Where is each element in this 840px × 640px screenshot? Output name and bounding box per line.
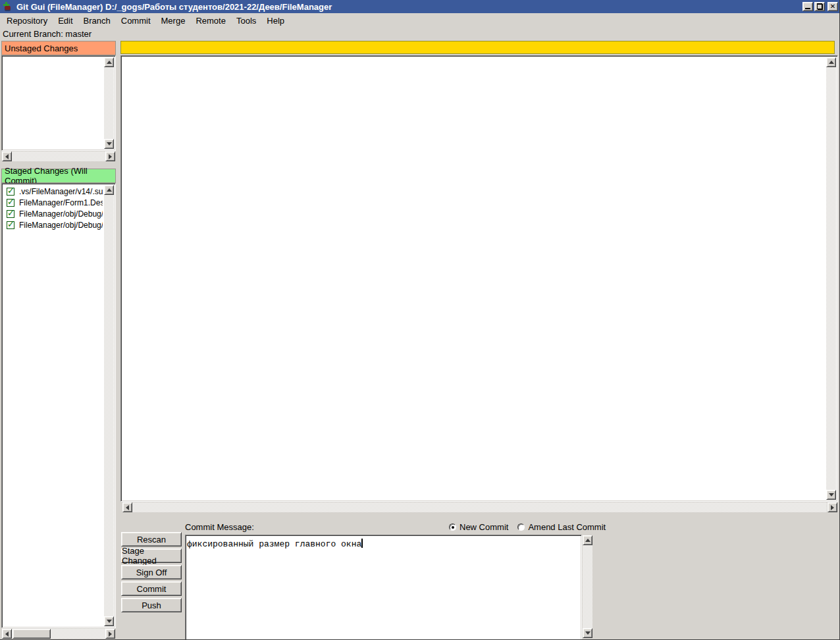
staged-checkbox-icon[interactable] — [7, 210, 14, 218]
arrow-down-icon — [107, 142, 112, 146]
arrow-right-icon — [109, 631, 112, 637]
minimize-icon — [805, 8, 810, 9]
staged-vscroll-track[interactable] — [104, 195, 114, 616]
diff-hscroll-track[interactable] — [132, 502, 827, 512]
unstaged-vscroll-track[interactable] — [104, 67, 114, 139]
arrow-left-icon — [5, 631, 9, 637]
menu-commit[interactable]: Commit — [116, 14, 156, 27]
git-gui-window: Git Gui (FileManager) D:/_gogs/Работы ст… — [0, 0, 840, 640]
unstaged-scroll-left-button[interactable] — [2, 151, 12, 161]
new-commit-radio[interactable] — [449, 523, 456, 531]
new-commit-radio-label[interactable]: New Commit — [459, 522, 508, 532]
close-button[interactable]: ✕ — [827, 2, 838, 11]
unstaged-hscroll-track[interactable] — [12, 151, 105, 161]
diff-view[interactable] — [120, 55, 838, 502]
unstaged-scroll-down-button[interactable] — [104, 139, 114, 149]
staged-scroll-up-button[interactable] — [104, 185, 114, 195]
menu-tools[interactable]: Tools — [231, 14, 261, 27]
staged-scroll-right-button[interactable] — [105, 629, 115, 639]
message-scroll-up-button[interactable] — [583, 535, 592, 545]
window-title: Git Gui (FileManager) D:/_gogs/Работы ст… — [16, 2, 840, 12]
menu-repository[interactable]: Repository — [1, 14, 53, 27]
arrow-up-icon — [107, 188, 112, 192]
diff-vscroll-track[interactable] — [826, 67, 836, 490]
menu-edit[interactable]: Edit — [53, 14, 78, 27]
arrow-down-icon — [107, 620, 112, 623]
staged-hscroll-thumb[interactable] — [13, 629, 51, 639]
commit-type-radio-group: New Commit Amend Last Commit — [449, 522, 615, 532]
stage-changed-button[interactable]: Stage Changed — [121, 548, 182, 563]
amend-last-commit-radio-label[interactable]: Amend Last Commit — [528, 522, 606, 532]
app-icon-body — [5, 6, 11, 11]
git-gui-app-icon — [3, 2, 13, 12]
staged-file-row[interactable]: FileManager/obj/Debug/ — [3, 208, 103, 219]
arrow-left-icon — [5, 154, 9, 159]
commit-message-input[interactable]: фиксированный размер главного окна — [185, 535, 582, 640]
diff-scroll-left-button[interactable] — [122, 502, 132, 512]
unstaged-vscrollbar[interactable] — [104, 57, 114, 149]
commit-message-vscrollbar[interactable] — [582, 535, 593, 639]
staged-file-path[interactable]: FileManager/obj/Debug/ — [19, 221, 103, 230]
message-scroll-down-button[interactable] — [583, 628, 592, 638]
staged-checkbox-icon[interactable] — [7, 188, 14, 196]
minimize-button[interactable] — [802, 2, 813, 11]
arrow-up-icon — [585, 539, 591, 542]
close-icon: ✕ — [830, 3, 835, 10]
staged-hscrollbar[interactable] — [1, 628, 116, 639]
unstaged-hscrollbar[interactable] — [1, 151, 116, 162]
staged-changes-header: Staged Changes (Will Commit) — [1, 169, 116, 183]
staged-file-path[interactable]: FileManager/Form1.Desi — [19, 198, 103, 207]
menu-branch[interactable]: Branch — [78, 14, 116, 27]
menu-bar: Repository Edit Branch Commit Merge Remo… — [0, 13, 840, 28]
arrow-left-icon — [126, 505, 129, 510]
unstaged-scroll-right-button[interactable] — [105, 151, 115, 161]
unstaged-scroll-up-button[interactable] — [104, 57, 114, 67]
staged-file-row[interactable]: FileManager/obj/Debug/ — [3, 219, 103, 230]
staged-scroll-down-button[interactable] — [104, 616, 114, 626]
diff-header-bar — [120, 41, 835, 54]
diff-vscrollbar[interactable] — [826, 57, 836, 500]
diff-hscrollbar[interactable] — [121, 502, 838, 513]
amend-last-commit-radio[interactable] — [517, 523, 525, 531]
push-button[interactable]: Push — [121, 598, 182, 612]
staged-file-path[interactable]: FileManager/obj/Debug/ — [19, 209, 103, 219]
current-branch-label: Current Branch: master — [3, 29, 92, 39]
text-caret — [361, 539, 363, 548]
window-controls: ✕ — [801, 2, 838, 11]
staged-checkbox-icon[interactable] — [7, 221, 14, 229]
unstaged-changes-header: Unstaged Changes — [1, 41, 116, 55]
arrow-right-icon — [831, 505, 834, 510]
staged-vscrollbar[interactable] — [104, 185, 114, 626]
arrow-down-icon — [585, 631, 591, 635]
diff-scroll-down-button[interactable] — [826, 490, 836, 500]
sign-off-button[interactable]: Sign Off — [121, 565, 182, 579]
commit-message-text: фиксированный размер главного окна — [187, 539, 361, 549]
unstaged-file-list[interactable] — [1, 55, 116, 151]
diff-scroll-up-button[interactable] — [826, 57, 836, 67]
staged-file-rows: .vs/FileManager/v14/.su FileManager/Form… — [3, 186, 103, 230]
rescan-button[interactable]: Rescan — [121, 532, 182, 547]
commit-message-label: Commit Message: — [185, 522, 254, 532]
menu-remote[interactable]: Remote — [190, 14, 231, 27]
staged-file-list[interactable]: .vs/FileManager/v14/.su FileManager/Form… — [1, 183, 116, 628]
message-vscroll-track[interactable] — [583, 545, 592, 628]
restore-icon — [817, 4, 823, 9]
staged-file-path[interactable]: .vs/FileManager/v14/.su — [19, 187, 103, 196]
diff-scroll-right-button[interactable] — [827, 502, 837, 512]
menu-help[interactable]: Help — [261, 14, 290, 27]
staged-file-row[interactable]: .vs/FileManager/v14/.su — [3, 186, 103, 197]
title-bar[interactable]: Git Gui (FileManager) D:/_gogs/Работы ст… — [0, 0, 840, 13]
staged-file-row[interactable]: FileManager/Form1.Desi — [3, 197, 103, 208]
arrow-right-icon — [109, 154, 112, 159]
restore-button[interactable] — [814, 2, 825, 11]
menu-merge[interactable]: Merge — [156, 14, 191, 27]
arrow-up-icon — [107, 61, 112, 64]
staged-checkbox-icon[interactable] — [7, 199, 14, 207]
arrow-down-icon — [829, 493, 834, 496]
staged-scroll-left-button[interactable] — [2, 629, 12, 639]
commit-button[interactable]: Commit — [121, 581, 182, 596]
arrow-up-icon — [829, 61, 834, 64]
